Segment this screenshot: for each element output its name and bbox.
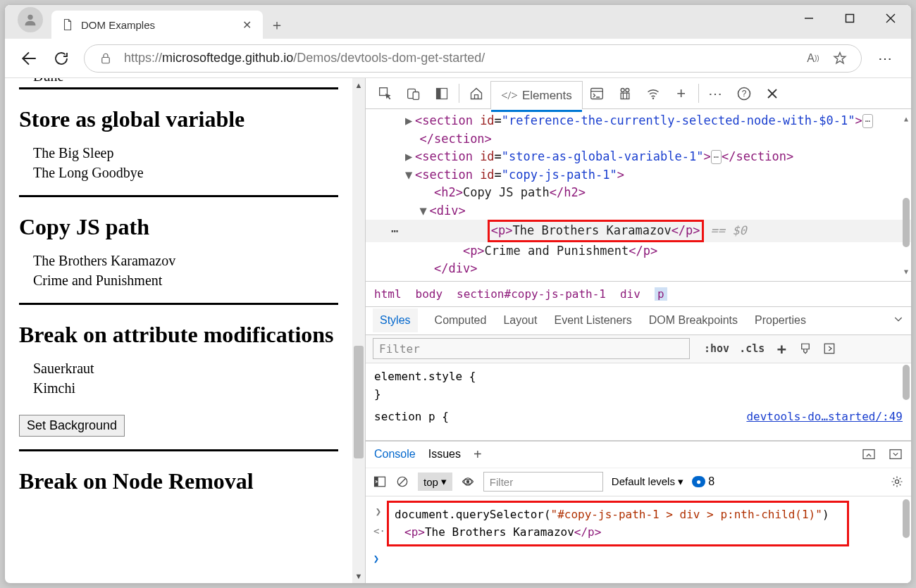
inspect-button[interactable]: [371, 78, 400, 108]
elements-tab-label: Elements: [522, 89, 572, 103]
page-scrollbar[interactable]: ▲ ▼: [352, 78, 365, 583]
crumb-item[interactable]: section#copy-js-path-1: [457, 287, 606, 301]
source-link[interactable]: devtools-do…started/:49: [746, 408, 903, 426]
sidebar-toggle-icon[interactable]: [373, 475, 387, 489]
close-button[interactable]: [870, 5, 911, 32]
back-button[interactable]: [19, 49, 39, 68]
crumb-item-active[interactable]: p: [655, 287, 667, 301]
welcome-tab[interactable]: [462, 78, 490, 108]
crumb-item[interactable]: div: [620, 287, 640, 301]
tree-node-selected[interactable]: ⋯ <p>The Brothers Karamazov</p> == $0: [366, 220, 911, 242]
tree-node[interactable]: </section>: [366, 130, 911, 149]
selected-marker: == $0: [711, 222, 747, 240]
prompt-caret-icon: ❯: [371, 551, 381, 566]
add-drawer-tab-icon[interactable]: +: [474, 446, 482, 463]
favorite-icon[interactable]: [831, 50, 848, 67]
tree-node[interactable]: <p>Crime and Punishment</p>: [366, 242, 911, 261]
styles-scrollbar[interactable]: [903, 365, 910, 437]
tab-styles[interactable]: Styles: [373, 308, 418, 332]
browser-menu-button[interactable]: ⋯: [874, 50, 897, 67]
tab-console[interactable]: Console: [374, 448, 416, 461]
drawer-collapse-icon[interactable]: [889, 447, 903, 461]
list: The Brothers Karamazov Crime and Punishm…: [19, 251, 338, 290]
device-toggle-button[interactable]: [400, 78, 428, 108]
tree-scrollbar[interactable]: ▲ ▼: [903, 113, 910, 277]
styles-rules[interactable]: element.style { } devtools-do…started/:4…: [366, 363, 911, 430]
brush-icon[interactable]: [798, 342, 812, 356]
new-tab-button[interactable]: ＋: [263, 11, 291, 39]
tab-properties[interactable]: Properties: [755, 314, 806, 327]
help-button[interactable]: ?: [730, 78, 758, 108]
crumb-item[interactable]: html: [374, 287, 402, 301]
browser-window: DOM Examples ✕ ＋ https://microsoftedge.g…: [4, 4, 912, 584]
devtools-menu-button[interactable]: ⋯: [702, 78, 730, 108]
clear-console-icon[interactable]: [395, 475, 409, 489]
drawer-expand-icon[interactable]: [862, 447, 876, 461]
tab-issues[interactable]: Issues: [428, 448, 461, 461]
crumb-item[interactable]: body: [416, 287, 443, 301]
more-tabs-icon[interactable]: [893, 313, 904, 327]
list-item: The Long Goodbye: [33, 163, 338, 182]
read-aloud-icon[interactable]: A)): [805, 50, 822, 67]
tab-dom-breakpoints[interactable]: DOM Breakpoints: [649, 314, 738, 327]
devtools-close-button[interactable]: [758, 78, 786, 108]
minimize-button[interactable]: [788, 5, 829, 32]
scroll-down-icon[interactable]: ▼: [354, 570, 364, 582]
tree-node[interactable]: </div>: [366, 260, 911, 278]
cls-toggle[interactable]: .cls: [739, 342, 765, 355]
computed-toggle-icon[interactable]: [822, 342, 836, 356]
tree-node[interactable]: ▼<section id="copy-js-path-1">: [366, 166, 911, 184]
tab-computed[interactable]: Computed: [435, 314, 487, 327]
more-tabs-button[interactable]: +: [667, 78, 695, 108]
code-icon: </>: [501, 89, 518, 103]
node-actions-icon[interactable]: ⋯: [391, 221, 400, 240]
scroll-up-icon[interactable]: ▲: [903, 113, 910, 124]
address-bar: https://microsoftedge.github.io/Demos/de…: [5, 39, 911, 78]
scrollbar-thumb[interactable]: [903, 198, 910, 247]
sources-tab-button[interactable]: [611, 78, 639, 108]
set-background-button[interactable]: Set Background: [19, 415, 125, 437]
svg-line-29: [400, 479, 406, 485]
elements-tab[interactable]: </> Elements: [490, 81, 583, 109]
hov-toggle[interactable]: :hov: [704, 342, 729, 355]
svg-rect-23: [825, 344, 835, 354]
tab-close-button[interactable]: ✕: [240, 18, 253, 31]
console-tab-button[interactable]: [583, 78, 611, 108]
console-filter-input[interactable]: Filter: [483, 472, 603, 492]
maximize-button[interactable]: [829, 5, 870, 32]
tab-event-listeners[interactable]: Event Listeners: [554, 314, 631, 327]
output-caret-icon: <⋅: [373, 523, 383, 539]
network-tab-button[interactable]: [639, 78, 667, 108]
scrollbar-thumb[interactable]: [903, 499, 910, 538]
scrollbar-thumb[interactable]: [903, 365, 910, 400]
tree-node[interactable]: ▼<div>: [366, 202, 911, 220]
refresh-button[interactable]: [51, 49, 71, 68]
console-body[interactable]: ❯ document.querySelector("#copy-js-path-…: [366, 496, 911, 584]
context-selector[interactable]: top ▾: [418, 473, 452, 491]
scroll-down-icon[interactable]: ▼: [903, 266, 910, 277]
profile-button[interactable]: [18, 7, 43, 32]
tree-node[interactable]: ▶<section id="reference-the-currently-se…: [366, 112, 911, 130]
tree-node[interactable]: <h2>Copy JS path</h2>: [366, 184, 911, 202]
devtools-pane: </> Elements + ⋯ ? ▶<section id="referen…: [366, 78, 911, 583]
tree-node[interactable]: ▶<section id="store-as-global-variable-1…: [366, 148, 911, 166]
styles-filter-input[interactable]: Filter: [373, 338, 690, 359]
console-toolbar: top ▾ Filter Default levels ▾ ●8: [366, 468, 911, 496]
new-rule-icon[interactable]: +: [774, 342, 788, 356]
heading-store: Store as global variable: [19, 105, 338, 133]
log-levels-selector[interactable]: Default levels ▾: [612, 475, 683, 488]
console-prompt[interactable]: ❯: [371, 551, 905, 566]
titlebar: DOM Examples ✕ ＋: [5, 5, 911, 39]
dock-button[interactable]: [428, 78, 456, 108]
drawer-tabs: Console Issues +: [366, 442, 911, 468]
url-box[interactable]: https://microsoftedge.github.io/Demos/de…: [84, 44, 862, 73]
console-settings-icon[interactable]: [890, 475, 904, 489]
browser-tab[interactable]: DOM Examples ✕: [51, 11, 263, 39]
live-expression-icon[interactable]: [461, 475, 475, 489]
elements-tree[interactable]: ▶<section id="reference-the-currently-se…: [366, 109, 911, 281]
console-scrollbar[interactable]: [903, 499, 910, 581]
scrollbar-thumb[interactable]: [354, 346, 364, 458]
scroll-up-icon[interactable]: ▲: [354, 80, 364, 91]
tab-layout[interactable]: Layout: [503, 314, 537, 327]
issues-badge[interactable]: ●8: [692, 475, 714, 488]
